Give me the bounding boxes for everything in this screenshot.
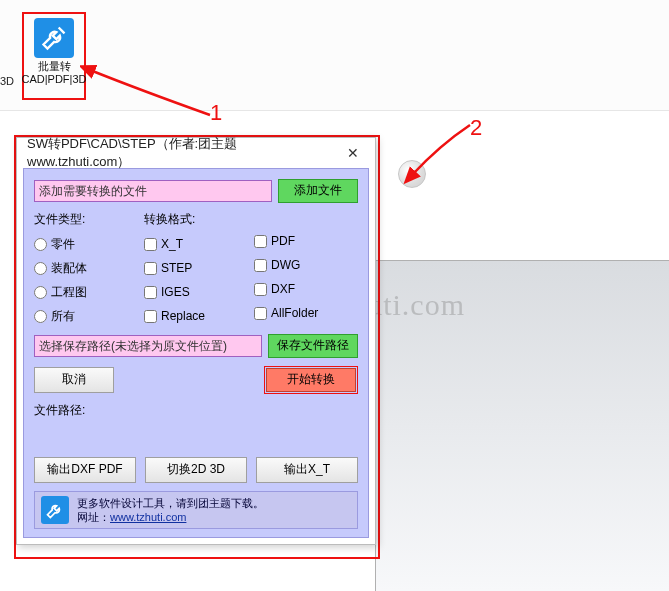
launcher-label: 批量转 CAD|PDF|3D bbox=[22, 60, 87, 86]
save-path-button[interactable]: 保存文件路径 bbox=[268, 334, 358, 358]
save-path-input[interactable]: 选择保存路径(未选择为原文件位置) bbox=[34, 335, 262, 357]
paths-list-area bbox=[34, 423, 358, 453]
paths-label: 文件路径: bbox=[34, 402, 358, 419]
add-files-button[interactable]: 添加文件 bbox=[278, 179, 358, 203]
launcher-label-line2: CAD|PDF|3D bbox=[22, 73, 87, 86]
fmt-pdf[interactable]: PDF bbox=[254, 229, 358, 253]
dialog-footer: 更多软件设计工具，请到团主题下载。 网址：www.tzhuti.com bbox=[34, 491, 358, 529]
left-truncated-label: 3D bbox=[0, 75, 14, 87]
annotation-number-2: 2 bbox=[470, 115, 482, 141]
app-viewport bbox=[375, 260, 669, 591]
fmt-dxf[interactable]: DXF bbox=[254, 277, 358, 301]
fmt-dwg[interactable]: DWG bbox=[254, 253, 358, 277]
cancel-button[interactable]: 取消 bbox=[34, 367, 114, 393]
convert-dialog: SW转PDF\CAD\STEP（作者:团主题www.tzhuti.com） ✕ … bbox=[16, 137, 376, 545]
fmt-replace[interactable]: Replace bbox=[144, 304, 254, 328]
fmt-xt[interactable]: X_T bbox=[144, 232, 254, 256]
launcher-shortcut[interactable]: 批量转 CAD|PDF|3D bbox=[22, 12, 86, 100]
type-part[interactable]: 零件 bbox=[34, 232, 144, 256]
close-icon: ✕ bbox=[347, 145, 359, 161]
format-label: 转换格式: bbox=[144, 211, 254, 228]
annotation-start-outline: 开始转换 bbox=[264, 366, 358, 394]
type-drawing[interactable]: 工程图 bbox=[34, 280, 144, 304]
launcher-label-line1: 批量转 bbox=[22, 60, 87, 73]
tools-icon bbox=[41, 496, 69, 524]
fmt-step[interactable]: STEP bbox=[144, 256, 254, 280]
file-type-label: 文件类型: bbox=[34, 211, 144, 228]
export-xt-button[interactable]: 输出X_T bbox=[256, 457, 358, 483]
footer-url-link[interactable]: www.tzhuti.com bbox=[110, 511, 186, 523]
export-dxf-pdf-button[interactable]: 输出DXF PDF bbox=[34, 457, 136, 483]
close-button[interactable]: ✕ bbox=[336, 141, 371, 165]
orientation-knob[interactable] bbox=[398, 160, 426, 188]
type-all[interactable]: 所有 bbox=[34, 304, 144, 328]
fmt-iges[interactable]: IGES bbox=[144, 280, 254, 304]
footer-line1: 更多软件设计工具，请到团主题下载。 bbox=[77, 496, 264, 510]
app-toolbar-area bbox=[0, 0, 669, 111]
type-assembly[interactable]: 装配体 bbox=[34, 256, 144, 280]
tools-icon bbox=[34, 18, 74, 58]
dialog-title: SW转PDF\CAD\STEP（作者:团主题www.tzhuti.com） bbox=[27, 135, 336, 171]
add-files-input[interactable]: 添加需要转换的文件 bbox=[34, 180, 272, 202]
fmt-allfolder[interactable]: AllFolder bbox=[254, 301, 358, 325]
annotation-number-1: 1 bbox=[210, 100, 222, 126]
start-convert-button[interactable]: 开始转换 bbox=[266, 368, 356, 392]
toggle-2d-3d-button[interactable]: 切换2D 3D bbox=[145, 457, 247, 483]
footer-url-label: 网址： bbox=[77, 511, 110, 523]
